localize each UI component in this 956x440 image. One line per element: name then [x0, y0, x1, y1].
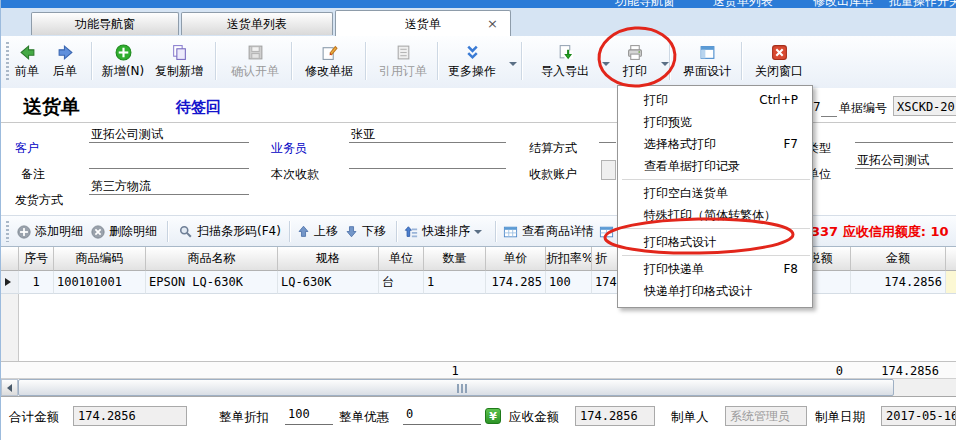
cell-extra[interactable] [946, 271, 956, 294]
scroll-left-arrow-icon [7, 384, 12, 392]
account-field[interactable] [601, 160, 616, 180]
maker-value: 系统管理员 [725, 406, 807, 426]
column-header-name[interactable]: 商品名称 [146, 247, 278, 271]
menu-item-print-express-sheet[interactable]: 打印快递单F8 [618, 258, 812, 280]
receivable-value: 174.2856 [575, 406, 655, 426]
confirm-button[interactable]: 确认开单 [223, 39, 287, 84]
delete-detail-button[interactable]: 删除明细 [91, 221, 157, 242]
print-button[interactable]: 打印 [613, 39, 657, 84]
credit-limit-text: 337 应收信用额度: 10 [811, 223, 956, 241]
account-label: 收款账户 [529, 166, 577, 183]
tab-function-nav[interactable]: 功能导航窗 [31, 12, 179, 35]
menu-item-print-preview[interactable]: 打印预览 [618, 111, 812, 133]
menu-item-choose-format-print[interactable]: 选择格式打印F7 [618, 133, 812, 155]
extra-table-icon-button[interactable] [599, 221, 614, 242]
menu-item-view-print-records[interactable]: 查看单据打印记录 [618, 155, 812, 177]
horizontal-scrollbar[interactable] [1, 378, 956, 397]
salesman-field[interactable]: 张亚 [349, 126, 506, 143]
x-circle-gray-icon [91, 225, 105, 239]
close-window-button[interactable]: 关闭窗口 [747, 39, 811, 84]
import-export-button[interactable]: 导入导出 [533, 39, 597, 84]
scrollbar-thumb[interactable] [18, 379, 894, 396]
ship-method-label: 发货方式 [15, 192, 63, 209]
ship-method-field[interactable]: 第三方物流 [89, 178, 249, 195]
column-header-spec[interactable]: 规格 [278, 247, 379, 271]
maker-label: 制单人 [671, 409, 709, 426]
scroll-left-button[interactable] [1, 379, 18, 396]
column-header-unit[interactable]: 单位 [379, 247, 424, 271]
total-amount-value: 174.2856 [73, 406, 187, 426]
cell-discount[interactable]: 100 [546, 271, 592, 294]
type-field[interactable] [855, 126, 953, 143]
tab-delivery-list[interactable]: 送货单列表 [181, 12, 333, 35]
totals-footer: 合计金额 174.2856 整单折扣 100 整单优惠 0 ¥ 应收金额 174… [1, 396, 956, 440]
add-button[interactable]: 新增(N) [95, 39, 151, 84]
modify-button[interactable]: 修改单据 [297, 39, 361, 84]
customer-field[interactable]: 亚拓公司测试 [89, 126, 249, 143]
next-doc-button[interactable]: 后单 [45, 39, 85, 84]
summary-qty: 1 [424, 363, 486, 379]
cell-seq[interactable]: 1 [19, 271, 54, 294]
copy-add-button[interactable]: 复制新增 [147, 39, 211, 84]
print-dropdown-menu: 打印Ctrl+P 打印预览 选择格式打印F7 查看单据打印记录 打印空白送货单 … [617, 85, 813, 308]
payment-field[interactable] [349, 152, 506, 169]
save-icon [247, 44, 264, 61]
cell-name[interactable]: EPSON LQ-630K [146, 271, 278, 294]
more-actions-caret-icon[interactable] [509, 62, 517, 66]
order-discount-field[interactable]: 100 [285, 407, 333, 425]
sort-icon [404, 225, 418, 239]
menu-item-print-format-design[interactable]: 打印格式设计 [618, 231, 812, 253]
cell-unit[interactable]: 台 [379, 271, 424, 294]
order-preferential-field[interactable]: 0 [403, 407, 481, 425]
payment-label: 本次收款 [271, 166, 319, 183]
arrow-left-icon [19, 44, 36, 61]
toolbar-grip [6, 221, 9, 242]
doc-no-value[interactable]: XSCKD-20 [893, 96, 956, 116]
view-product-detail-button[interactable]: 查看商品详情 [503, 221, 594, 242]
more-actions-button[interactable]: 更多操作 [441, 39, 503, 84]
delivery-note-window: 功能导航窗 送货单列表 修改出库单 批量操作开关 功能导航窗 送货单列表 送货单… [0, 0, 956, 440]
tab-delivery-note[interactable]: 送货单 × [335, 10, 511, 36]
menu-item-print-blank-note[interactable]: 打印空白送货单 [618, 182, 812, 204]
add-detail-button[interactable]: 添加明细 [17, 221, 83, 242]
quick-sort-button[interactable]: 快速排序 [404, 221, 482, 242]
row-selector[interactable] [1, 271, 19, 294]
cell-spec[interactable]: LQ-630K [278, 271, 379, 294]
menu-item-print[interactable]: 打印Ctrl+P [618, 89, 812, 111]
topbar-clipped-text: 修改出库单 [813, 0, 873, 8]
unit-field[interactable]: 亚拓公司测试 [855, 152, 953, 169]
column-header-price[interactable]: 单价 [486, 247, 546, 271]
quote-order-button[interactable]: 引用订单 [371, 39, 435, 84]
cell-qty[interactable]: 1 [424, 271, 486, 294]
menu-item-express-format-design[interactable]: 快递单打印格式设计 [618, 280, 812, 302]
cell-amount[interactable]: 174.2856 [851, 271, 946, 294]
import-export-caret-icon[interactable] [602, 62, 610, 66]
column-header-qty[interactable]: 数量 [424, 247, 486, 271]
tab-bar: 功能导航窗 送货单列表 送货单 × [1, 8, 956, 36]
copy-icon [171, 44, 188, 61]
scan-barcode-button[interactable]: 扫描条形码(F4) [179, 221, 281, 242]
ui-design-button[interactable]: 界面设计 [675, 39, 739, 84]
menu-item-special-print[interactable]: 特殊打印（简体转繁体） [618, 204, 812, 226]
main-toolbar: 前单 后单 新增(N) 复制新增 确认开单 修改单据 引用订单 [1, 36, 956, 89]
menu-separator [622, 179, 810, 180]
print-caret-icon[interactable] [661, 62, 669, 66]
cell-code[interactable]: 100101001 [54, 271, 146, 294]
move-down-button[interactable]: 下移 [345, 221, 386, 242]
move-up-button[interactable]: 上移 [297, 221, 338, 242]
plus-circle-icon [115, 44, 132, 61]
column-header-discount[interactable]: 折扣率% [546, 247, 592, 271]
shortcut: F7 [783, 133, 798, 155]
column-header-code[interactable]: 商品编码 [54, 247, 146, 271]
yen-icon[interactable]: ¥ [485, 408, 501, 424]
date-label: 制单日期 [815, 409, 865, 426]
tab-close-icon[interactable]: × [487, 11, 498, 37]
remark-field[interactable] [89, 152, 249, 169]
table-icon [599, 225, 614, 239]
cell-price[interactable]: 174.285 [486, 271, 546, 294]
column-header-seq[interactable]: 序号 [19, 247, 54, 271]
summary-tax: 0 [791, 363, 843, 379]
prev-doc-button[interactable]: 前单 [7, 39, 47, 84]
column-header-amount[interactable]: 金额 [851, 247, 946, 271]
settle-method-field[interactable] [599, 126, 616, 143]
